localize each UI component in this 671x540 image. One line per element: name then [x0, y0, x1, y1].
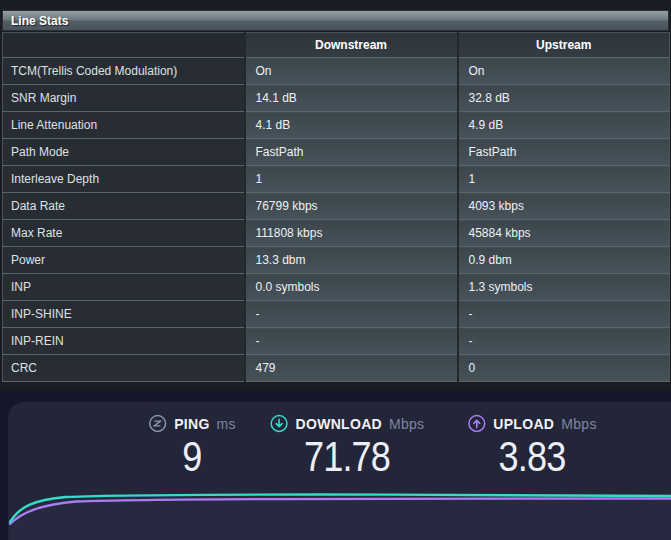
downstream-value: On: [245, 58, 458, 85]
table-header-row: Downstream Upstream: [3, 33, 670, 58]
page-title: Line Stats: [11, 14, 68, 28]
row-label: INP: [3, 274, 245, 301]
column-header-downstream: Downstream: [245, 33, 458, 58]
download-metric: DOWNLOAD Mbps 71.78: [270, 414, 425, 478]
upstream-value: 32.8 dB: [458, 85, 670, 112]
ping-label: PING: [174, 416, 209, 432]
table-row: Line Attenuation4.1 dB4.9 dB: [3, 112, 670, 139]
row-label: Max Rate: [3, 220, 245, 247]
upload-unit: Mbps: [561, 416, 596, 432]
downstream-value: 1: [245, 166, 458, 193]
upstream-value: 4093 kbps: [458, 193, 670, 220]
downstream-value: 14.1 dB: [245, 85, 458, 112]
row-label: Data Rate: [3, 193, 245, 220]
upload-metric: UPLOAD Mbps 3.83: [467, 414, 596, 478]
upload-label-row: UPLOAD Mbps: [467, 414, 596, 433]
upstream-value: On: [458, 58, 670, 85]
downstream-value: 76799 kbps: [245, 193, 458, 220]
table-row: SNR Margin14.1 dB32.8 dB: [3, 85, 670, 112]
downstream-value: 0.0 symbols: [245, 274, 458, 301]
downstream-value: -: [245, 301, 458, 328]
upstream-value: 45884 kbps: [458, 220, 670, 247]
table-row: INP-REIN--: [3, 328, 670, 355]
line-stats-tbody: TCM(Trellis Coded Modulation)OnOnSNR Mar…: [3, 58, 670, 382]
row-label: INP-SHINE: [3, 301, 245, 328]
row-label: INP-REIN: [3, 328, 245, 355]
row-label: Line Attenuation: [3, 112, 245, 139]
ping-value: 9: [155, 434, 229, 478]
upstream-value: FastPath: [458, 139, 670, 166]
ping-metric: PING ms 9: [148, 414, 236, 478]
download-arrow-icon: [270, 414, 289, 433]
upload-value: 3.83: [478, 434, 587, 478]
upstream-value: -: [458, 301, 670, 328]
speedtest-panel: PING ms 9 DOWNLOAD Mbps 71.78: [8, 402, 671, 540]
upload-arrow-icon: [467, 414, 486, 433]
download-label-row: DOWNLOAD Mbps: [270, 414, 425, 433]
ping-unit: ms: [217, 416, 236, 432]
upstream-value: 4.9 dB: [458, 112, 670, 139]
downstream-value: 13.3 dbm: [245, 247, 458, 274]
downstream-value: 4.1 dB: [245, 112, 458, 139]
row-label: Path Mode: [3, 139, 245, 166]
row-label: TCM(Trellis Coded Modulation): [3, 58, 245, 85]
table-row: INP-SHINE--: [3, 301, 670, 328]
corner-cell: [3, 33, 245, 58]
download-label: DOWNLOAD: [296, 416, 382, 432]
download-value: 71.78: [282, 434, 412, 478]
table-row: Max Rate111808 kbps45884 kbps: [3, 220, 670, 247]
table-row: Power13.3 dbm0.9 dbm: [3, 247, 670, 274]
downstream-value: -: [245, 328, 458, 355]
table-row: Path ModeFastPathFastPath: [3, 139, 670, 166]
row-label: Power: [3, 247, 245, 274]
downstream-value: 479: [245, 355, 458, 382]
row-label: SNR Margin: [3, 85, 245, 112]
table-row: Interleave Depth11: [3, 166, 670, 193]
row-label: Interleave Depth: [3, 166, 245, 193]
table-row: INP0.0 symbols1.3 symbols: [3, 274, 670, 301]
downstream-value: FastPath: [245, 139, 458, 166]
table-row: TCM(Trellis Coded Modulation)OnOn: [3, 58, 670, 85]
upstream-value: 1.3 symbols: [458, 274, 670, 301]
upstream-value: 1: [458, 166, 670, 193]
column-header-upstream: Upstream: [458, 33, 670, 58]
upload-label: UPLOAD: [493, 416, 554, 432]
line-stats-header-bar: Line Stats: [2, 10, 669, 31]
line-stats-table: Downstream Upstream TCM(Trellis Coded Mo…: [2, 32, 670, 382]
download-unit: Mbps: [389, 416, 424, 432]
router-status-page: Line Stats Downstream Upstream TCM(Trell…: [0, 0, 671, 540]
ping-icon: [148, 414, 167, 433]
row-label: CRC: [3, 355, 245, 382]
table-row: Data Rate76799 kbps4093 kbps: [3, 193, 670, 220]
upstream-value: -: [458, 328, 670, 355]
table-row: CRC4790: [3, 355, 670, 382]
ping-label-row: PING ms: [148, 414, 236, 433]
downstream-value: 111808 kbps: [245, 220, 458, 247]
upstream-value: 0: [458, 355, 670, 382]
upstream-value: 0.9 dbm: [458, 247, 670, 274]
line-stats-section: Line Stats Downstream Upstream TCM(Trell…: [0, 0, 671, 391]
